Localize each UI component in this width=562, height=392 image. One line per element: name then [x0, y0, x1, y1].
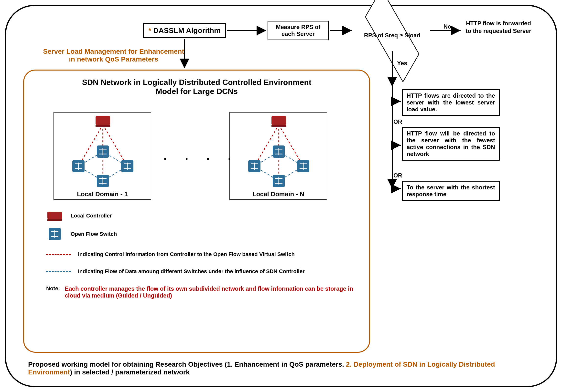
controller-icon — [46, 210, 63, 222]
outer-frame: * DASSLM Algorithm Measure RPS of each S… — [5, 5, 557, 387]
or-label-1: OR — [393, 118, 402, 125]
domain-1: Local Domain - 1 — [54, 112, 151, 200]
option-1-box: HTTP flows are directed to the server wi… — [402, 89, 500, 116]
no-label: No — [444, 23, 451, 30]
svg-line-5 — [103, 152, 127, 166]
svg-line-18 — [254, 152, 279, 166]
switch-icons — [72, 146, 133, 187]
subtitle: Server Load Management for Enhancement i… — [28, 48, 199, 63]
or-label-2: OR — [393, 172, 402, 179]
note-label: Note: — [46, 285, 60, 299]
svg-line-21 — [279, 166, 303, 181]
domain-n-topology — [230, 112, 328, 193]
controller-icon — [271, 116, 286, 127]
footer-caption: Proposed working model for obtaining Res… — [28, 360, 536, 376]
legend-controller: Local Controller — [46, 210, 340, 222]
model-panel: SDN Network in Logically Distributed Con… — [23, 69, 370, 353]
switch-icon — [46, 227, 63, 241]
measure-label: Measure RPS of each Server — [272, 24, 325, 37]
subtitle-line1: Server Load Management for Enhancement — [28, 48, 199, 56]
svg-line-0 — [78, 125, 103, 166]
footer-part1: Proposed working model for obtaining Res… — [28, 360, 346, 368]
domain-n-label: Local Domain - N — [230, 190, 327, 198]
svg-rect-22 — [271, 116, 286, 125]
domain-n: Local Domain - N — [229, 112, 327, 200]
domain-1-label: Local Domain - 1 — [54, 190, 151, 198]
decision-label: RPS of Sreq ≥ Sload — [364, 32, 421, 39]
svg-rect-24 — [248, 160, 260, 172]
decision-diamond: RPS of Sreq ≥ Sload — [355, 20, 429, 51]
svg-line-16 — [279, 125, 303, 166]
legend-red-dash: Indicating Control Information from Cont… — [46, 251, 340, 258]
controller-icon — [95, 116, 110, 127]
algorithm-title: DASSLM Algorithm — [153, 26, 221, 34]
measure-box: Measure RPS of each Server — [268, 21, 329, 40]
model-title-line2: Model for Large DCNs — [24, 87, 369, 96]
legend-blue-text: Indicating Flow of Data amoung different… — [78, 268, 340, 275]
svg-line-2 — [103, 125, 127, 166]
option-3-text: To the server with the shortest response… — [407, 184, 495, 197]
legend-switch: Open Flow Switch — [46, 227, 340, 241]
switch-icons — [248, 146, 309, 187]
option-1-text: HTTP flows are directed to the server wi… — [407, 92, 495, 112]
svg-line-14 — [254, 125, 279, 166]
svg-line-20 — [254, 166, 279, 181]
svg-line-4 — [78, 152, 103, 166]
forward-text: HTTP flow is forwarded to the requested … — [463, 20, 534, 35]
svg-line-7 — [103, 166, 127, 181]
legend-controller-text: Local Controller — [70, 213, 340, 219]
model-title: SDN Network in Logically Distributed Con… — [24, 78, 369, 96]
svg-rect-23 — [271, 125, 286, 127]
asterisk: * — [148, 26, 151, 34]
svg-rect-26 — [297, 160, 309, 172]
svg-rect-25 — [273, 146, 285, 158]
red-dash-sample — [46, 254, 70, 255]
option-2-text: HTTP flow will be directed to the server… — [407, 130, 495, 157]
option-3-box: To the server with the shortest response… — [402, 181, 500, 201]
model-title-line1: SDN Network in Logically Distributed Con… — [24, 78, 369, 87]
svg-rect-29 — [47, 219, 62, 221]
algorithm-box: * DASSLM Algorithm — [143, 23, 226, 38]
svg-rect-11 — [97, 146, 109, 158]
option-2-box: HTTP flow will be directed to the server… — [402, 127, 500, 161]
blue-dash-sample — [46, 271, 70, 272]
legend-blue-dash: Indicating Flow of Data amoung different… — [46, 268, 340, 275]
legend-switch-text: Open Flow Switch — [70, 231, 340, 237]
legend-red-text: Indicating Control Information from Cont… — [78, 251, 340, 258]
legend-note: Note: Each controller manages the flow o… — [46, 285, 371, 299]
svg-rect-27 — [273, 175, 285, 187]
svg-rect-12 — [121, 160, 133, 172]
yes-label: Yes — [397, 60, 407, 67]
svg-rect-8 — [95, 116, 110, 125]
svg-rect-13 — [97, 175, 109, 187]
footer-part3: ) in selected / parameterized network — [70, 368, 190, 376]
subtitle-line2: in network QoS Parameters — [28, 56, 199, 63]
svg-rect-9 — [95, 125, 110, 127]
domain-1-topology — [54, 112, 152, 193]
svg-line-6 — [78, 166, 103, 181]
svg-line-19 — [279, 152, 303, 166]
svg-rect-28 — [47, 212, 62, 219]
svg-rect-10 — [72, 160, 84, 172]
note-text: Each controller manages the flow of its … — [65, 285, 358, 299]
